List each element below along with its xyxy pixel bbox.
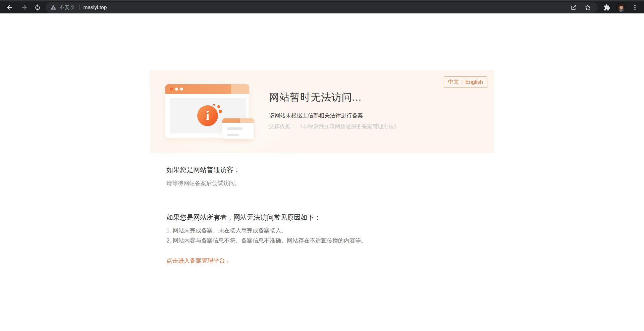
avatar-photo xyxy=(616,3,626,12)
icp-platform-link-label[interactable]: 点击进入备案管理平台 xyxy=(166,257,225,265)
security-label: 不安全 xyxy=(59,4,75,11)
forward-icon xyxy=(20,4,28,11)
reload-icon xyxy=(34,4,41,11)
blocked-site-illustration: i xyxy=(165,84,256,141)
avatar xyxy=(616,3,626,12)
share-icon xyxy=(570,4,577,11)
legal-basis-text: 法律依据： 《非经营性互联网信息服务备案管理办法》 xyxy=(269,123,399,130)
mini-card-header-light xyxy=(240,118,254,123)
spark-dot-icon xyxy=(217,105,220,108)
mini-card-header xyxy=(222,118,240,123)
window-header-addressbox xyxy=(231,84,249,94)
browser-window: 不安全 masiyi.top xyxy=(0,0,644,331)
page-subtitle: 该网站未根据工信部相关法律进行备案 xyxy=(269,112,399,119)
section-divider xyxy=(166,201,486,201)
url-text[interactable]: masiyi.top xyxy=(84,4,107,10)
info-badge: i xyxy=(197,105,218,126)
spark-dot-icon xyxy=(213,104,215,106)
hero-banner: 中文 | English i xyxy=(150,70,494,153)
icp-platform-link[interactable]: 点击进入备案管理平台 › xyxy=(166,257,228,265)
mini-card-graphic xyxy=(222,118,254,139)
menu-button[interactable] xyxy=(629,2,641,13)
chevron-right-icon: › xyxy=(227,258,228,264)
lang-zh[interactable]: 中文 xyxy=(448,78,459,86)
profile-button[interactable] xyxy=(615,2,627,13)
reason-item-1: 1. 网站未完成备案、未在接入商完成备案接入。 xyxy=(166,227,287,234)
visitor-section-body: 请等待网站备案后尝试访问。 xyxy=(166,179,240,187)
not-secure-warning-icon xyxy=(50,4,56,10)
omnibox-separator xyxy=(79,4,79,10)
share-button[interactable] xyxy=(568,2,579,13)
window-dot-icon xyxy=(180,88,183,91)
lang-en[interactable]: English xyxy=(466,79,483,85)
extensions-puzzle-icon xyxy=(603,4,610,11)
bookmark-button[interactable] xyxy=(582,2,593,13)
mini-card-textline xyxy=(227,127,243,130)
bookmark-star-icon xyxy=(584,4,591,11)
forward-button[interactable] xyxy=(19,2,30,13)
menu-dots-icon xyxy=(632,4,638,11)
window-dot-icon xyxy=(170,88,173,91)
back-button[interactable] xyxy=(4,2,15,13)
spark-dot-icon xyxy=(219,110,222,113)
page-viewport: 中文 | English i xyxy=(0,13,644,331)
window-dot-icon xyxy=(175,88,178,91)
info-icon: i xyxy=(206,109,210,122)
owner-section-heading: 如果您是网站所有者，网站无法访问常见原因如下： xyxy=(166,213,321,222)
reason-item-2: 2. 网站内容与备案信息不符、备案信息不准确、网站存在不适宜传播的内容等。 xyxy=(166,237,367,244)
mini-card-textline xyxy=(227,134,239,136)
reload-button[interactable] xyxy=(32,2,43,13)
site-security-chip[interactable]: 不安全 masiyi.top xyxy=(46,4,568,11)
back-icon xyxy=(6,4,13,11)
address-bar[interactable]: 不安全 masiyi.top xyxy=(46,2,598,13)
icp-block-notice: 中文 | English i xyxy=(150,70,494,153)
extensions-button[interactable] xyxy=(601,2,612,13)
page-title: 网站暂时无法访问... xyxy=(269,91,399,104)
browser-toolbar: 不安全 masiyi.top xyxy=(0,0,644,13)
lang-separator: | xyxy=(462,79,463,85)
visitor-section-heading: 如果您是网站普通访客： xyxy=(166,165,240,174)
language-switch-button[interactable]: 中文 | English xyxy=(444,76,487,88)
